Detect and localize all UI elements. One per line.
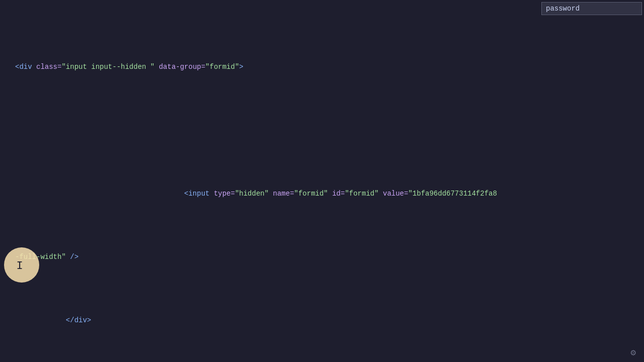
val: "hidden"	[235, 190, 269, 198]
attr: name=	[273, 190, 294, 198]
cursor-icon: I	[16, 260, 23, 273]
attr: value=	[383, 190, 408, 198]
attr: data-group=	[159, 63, 205, 71]
code-viewer: <div class="input input--hidden " data-g…	[0, 0, 644, 362]
code-line: <div class="input input--hidden " data-g…	[15, 61, 629, 73]
tag: />	[70, 253, 78, 261]
search-box[interactable]	[541, 2, 642, 15]
tag: <input	[184, 190, 209, 198]
attr: id=	[332, 190, 345, 198]
code-line: -full-width" />	[15, 251, 629, 263]
bottom-right-icon: ⚙	[630, 347, 636, 358]
code-line: </div>	[15, 314, 629, 327]
tag: </div>	[66, 316, 91, 324]
val: "input input--hidden "	[61, 63, 154, 71]
tag: >	[239, 63, 243, 71]
attr: type=	[214, 190, 235, 198]
tag: <div	[15, 63, 32, 71]
val: "formid"	[205, 63, 239, 71]
val: "formid"	[345, 190, 378, 198]
code-line: <input type="hidden" name="formid" id="f…	[15, 188, 629, 200]
val: "formid"	[294, 190, 328, 198]
search-input[interactable]	[546, 5, 626, 13]
attr: class=	[36, 63, 61, 71]
annotation-circle: I	[4, 247, 39, 283]
val: "1bfa96dd6773114f2fa8	[408, 190, 497, 198]
code-line	[15, 124, 629, 137]
